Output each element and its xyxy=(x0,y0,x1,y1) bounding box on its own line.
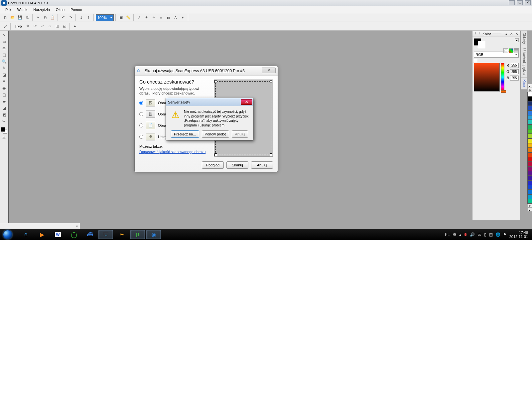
adjust-icon[interactable]: ☼ xyxy=(158,14,164,21)
scan-scan-button[interactable]: Skanuj xyxy=(226,161,248,169)
palette-swatch[interactable] xyxy=(527,115,532,120)
print-icon[interactable]: 🖶 xyxy=(24,14,31,21)
palette-swatch[interactable] xyxy=(527,162,532,166)
paste-icon[interactable]: 📋 xyxy=(49,14,56,21)
busy-retry-button[interactable]: Ponów próbę xyxy=(202,130,229,138)
palette-icon-1[interactable]: ◫ xyxy=(503,48,508,53)
effects-icon[interactable]: ✧ xyxy=(150,14,157,21)
import-icon[interactable]: ⤓ xyxy=(78,14,84,21)
mask-rect-tool-icon[interactable]: ▭ xyxy=(1,39,7,45)
wand-icon[interactable]: ✦ xyxy=(143,14,150,21)
palette-swatch[interactable] xyxy=(527,199,532,204)
scan-quality-link[interactable]: Dopasować jakość skanowanego obrazu xyxy=(139,150,205,154)
palette-swatch[interactable] xyxy=(527,110,532,115)
palette-swatch[interactable] xyxy=(527,129,532,134)
zoom-combo[interactable]: 100% xyxy=(96,14,114,21)
b-input[interactable] xyxy=(510,76,519,81)
task-utorrent-icon[interactable]: µ xyxy=(130,230,145,239)
mode-rotate-icon[interactable]: ⟳ xyxy=(32,23,39,30)
mode-move-icon[interactable]: ✥ xyxy=(25,23,31,30)
radio-custom[interactable] xyxy=(139,135,143,139)
fg-bg-swatch[interactable] xyxy=(1,127,7,134)
tray-lang[interactable]: PL xyxy=(445,232,450,237)
redeye-tool-icon[interactable]: ◉ xyxy=(1,85,7,91)
text-tool-icon[interactable]: A xyxy=(1,79,7,85)
r-input[interactable] xyxy=(510,63,519,68)
dropshadow-tool-icon[interactable]: ◩ xyxy=(1,112,7,118)
start-button[interactable] xyxy=(1,230,14,240)
menu-window[interactable]: Okno xyxy=(53,7,67,12)
busy-titlebar[interactable]: Serwer zajęty ✕ xyxy=(166,98,253,106)
palette-swatch[interactable] xyxy=(527,171,532,176)
mode-distort-icon[interactable]: ◫ xyxy=(54,23,61,30)
scan-cancel-button[interactable]: Anuluj xyxy=(251,161,273,169)
copy-icon[interactable]: ⎘ xyxy=(42,14,49,21)
fill-tool-icon[interactable]: ▰ xyxy=(1,99,7,104)
foreground-color-icon[interactable] xyxy=(1,127,5,132)
menu-tools[interactable]: Narzędzia xyxy=(31,7,53,12)
docker-collapse-icon[interactable]: ▴ xyxy=(504,32,508,36)
busy-cancel-button[interactable]: Anuluj xyxy=(232,130,248,138)
mode-scale-icon[interactable]: ⤢ xyxy=(39,23,46,30)
imageslice-tool-icon[interactable]: ✂ xyxy=(1,118,7,124)
docker-grip-icon[interactable]: ⋮⋮ xyxy=(474,32,481,36)
palette-swatch[interactable] xyxy=(527,180,532,185)
palette-swatch[interactable] xyxy=(527,143,532,148)
pointer-icon[interactable]: ⭩ xyxy=(2,23,9,30)
task-sun-icon[interactable]: ☀ xyxy=(114,230,129,239)
swap-colors-icon[interactable]: ⇄ xyxy=(1,134,7,140)
tray-arrow-up-icon[interactable]: ▴ xyxy=(459,232,461,237)
palette-swatch[interactable] xyxy=(527,120,532,124)
palette-icon-2[interactable] xyxy=(509,48,513,53)
eyedropper-tool-icon[interactable]: ✎ xyxy=(1,65,7,71)
tray-volume-icon[interactable]: 🔊 xyxy=(470,232,475,237)
scan-close-button[interactable]: ✕ xyxy=(262,68,276,73)
palette-none-icon[interactable]: ⊘ xyxy=(527,88,532,92)
palette-swatch[interactable] xyxy=(527,106,532,110)
palette-menu-icon[interactable]: ▸ xyxy=(527,208,532,212)
palette-swatch[interactable] xyxy=(527,157,532,162)
task-green-app-icon[interactable]: ◯ xyxy=(66,230,81,239)
radio-color[interactable] xyxy=(139,101,143,105)
mode-skew-icon[interactable]: ▱ xyxy=(47,23,53,30)
task-buildings-icon[interactable]: 🏙 xyxy=(82,230,97,239)
rectangle-tool-icon[interactable]: ▢ xyxy=(1,92,7,98)
task-mediaplayer-icon[interactable]: ▶ xyxy=(35,230,49,239)
tray-printer-icon[interactable]: 🖶 xyxy=(453,232,457,237)
redo-icon[interactable]: ↷ xyxy=(67,14,74,21)
fullscreen-icon[interactable]: ▣ xyxy=(118,14,124,21)
save-icon[interactable]: 💾 xyxy=(17,14,23,21)
hue-slider[interactable] xyxy=(501,63,504,92)
palette-swatch[interactable] xyxy=(527,176,532,180)
side-tab-color[interactable]: Kolor xyxy=(521,78,527,90)
open-icon[interactable]: 📂 xyxy=(9,14,16,21)
play-icon[interactable]: ▸ xyxy=(72,23,78,30)
scan-preview-button[interactable]: Podgląd xyxy=(202,161,224,169)
tray-battery-icon[interactable]: ▯ xyxy=(484,232,486,237)
cut-icon[interactable]: ✂ xyxy=(35,14,41,21)
text-icon[interactable]: A xyxy=(172,14,179,21)
task-photopaint-icon[interactable]: ◉ xyxy=(146,230,161,239)
palette-swatch[interactable] xyxy=(527,97,532,101)
status-dropdown[interactable]: ▾ xyxy=(0,223,80,229)
close-button[interactable]: ✕ xyxy=(525,0,531,5)
side-tab-objects[interactable]: Obiekty xyxy=(521,31,527,46)
pick-tool-icon[interactable]: ↖ xyxy=(1,32,7,38)
minimize-button[interactable]: — xyxy=(509,0,515,5)
palette-swatch[interactable] xyxy=(527,166,532,171)
busy-switch-button[interactable]: Przełącz na... xyxy=(171,130,199,138)
palette-swatch[interactable] xyxy=(527,190,532,194)
export-icon[interactable]: ⤒ xyxy=(85,14,92,21)
color-square-picker[interactable] xyxy=(474,63,500,92)
menu-help[interactable]: Pomoc xyxy=(68,7,84,12)
palette-up-icon[interactable]: ▴ xyxy=(527,84,532,88)
palette-swatch[interactable] xyxy=(527,124,532,129)
tray-flag-icon[interactable]: ⚑ xyxy=(503,232,507,237)
palette-swatch[interactable] xyxy=(527,152,532,157)
eraser-tool-icon[interactable]: ◪ xyxy=(1,72,7,78)
palette-swatch[interactable] xyxy=(527,92,532,97)
docker-main-swatch[interactable] xyxy=(474,38,485,48)
scan-dialog-titlebar[interactable]: ⎙ Skanuj używając ScanExpress A3 USB 600… xyxy=(135,66,278,76)
new-icon[interactable]: 🗋 xyxy=(2,14,9,21)
mode-perspective-icon[interactable]: ◱ xyxy=(61,23,68,30)
